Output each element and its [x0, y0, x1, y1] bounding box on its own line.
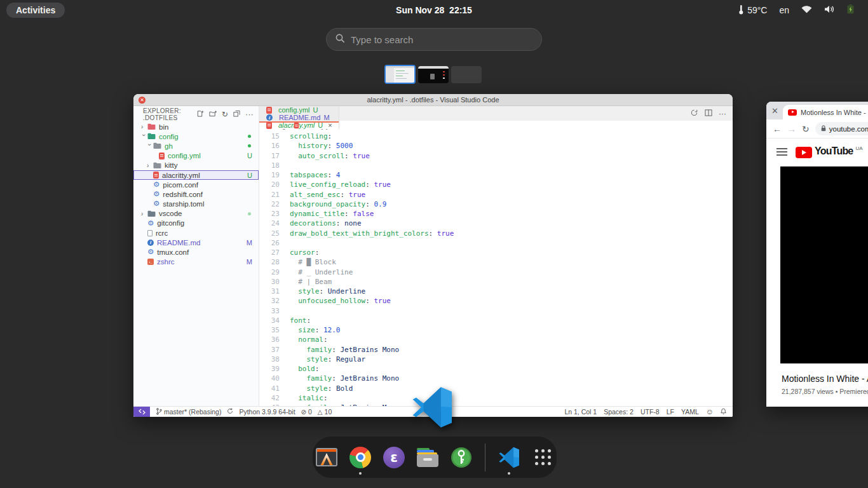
tree-item-vscode[interactable]: ›vscode [133, 209, 259, 219]
close-window-button[interactable]: ✕ [139, 97, 146, 104]
code-line-18[interactable]: 18 [259, 161, 733, 170]
tree-item-starship.toml[interactable]: ›⚙starship.toml [133, 200, 259, 209]
open-changes-icon[interactable] [690, 109, 698, 118]
code-line-37[interactable]: 37 family: JetBrains Mono [259, 345, 733, 355]
workspace-thumbnail-empty[interactable] [451, 66, 482, 83]
status-item-notifications[interactable] [721, 408, 726, 416]
youtube-logo[interactable]: YouTube UA [796, 146, 863, 158]
tree-item-config[interactable]: ›config [133, 132, 259, 141]
dock-item-chrome[interactable] [348, 445, 373, 470]
tree-item-config.yml[interactable]: ›config.ymlU [133, 151, 259, 161]
tree-item-redshift.conf[interactable]: ›⚙redshift.conf [133, 189, 259, 199]
code-line-16[interactable]: 16 history: 5000 [259, 141, 733, 151]
code-line-36[interactable]: 36 normal: [259, 335, 733, 344]
tab-config.yml[interactable]: config.ymlU [259, 106, 339, 114]
menu-icon[interactable] [776, 148, 787, 156]
clock[interactable]: Sun Nov 28 22:15 [0, 5, 868, 15]
split-editor-icon[interactable] [705, 109, 712, 118]
dock-item-vscode[interactable] [496, 445, 522, 470]
tree-item-zshrc[interactable]: ››_zshrcM [133, 257, 259, 267]
forward-button[interactable]: → [787, 124, 796, 134]
status-item-feedback[interactable]: ☺ [706, 407, 714, 416]
tree-item-gh[interactable]: ›gh [133, 141, 259, 151]
git-status-badge: U [318, 121, 323, 129]
dock-item-files[interactable] [415, 445, 440, 470]
code-line-31[interactable]: 31 style: Underline [259, 287, 733, 296]
tree-item-picom.conf[interactable]: ›⚙picom.conf [133, 180, 259, 189]
code-line-24[interactable]: 24decorations: none [259, 219, 733, 228]
code-line-33[interactable]: 33 [259, 306, 733, 316]
status-item-warning-count[interactable]: △10 [318, 408, 332, 416]
video-player[interactable] [780, 166, 868, 363]
tree-item-kitty[interactable]: ›kitty [133, 161, 259, 170]
code-line-25[interactable]: 25draw_bold_text_with_bright_colors: tru… [259, 229, 733, 238]
tree-item-tmux.conf[interactable]: ›⚙tmux.conf [133, 247, 259, 257]
code-line-19[interactable]: 19tabspaces: 4 [259, 170, 733, 180]
code-line-17[interactable]: 17 auto_scroll: true [259, 151, 733, 161]
status-item[interactable]: Python 3.9.9 64-bit [239, 408, 295, 416]
new-file-icon[interactable] [196, 110, 204, 119]
more-actions-icon[interactable]: ··· [719, 109, 726, 118]
code-line-15[interactable]: 15scrolling: [259, 132, 733, 141]
keyboard-layout[interactable]: en [779, 5, 789, 15]
more-actions-icon[interactable]: ··· [245, 111, 254, 118]
tree-item-alacritty.yml[interactable]: ›alacritty.ymlU [133, 170, 259, 180]
address-bar[interactable]: youtube.com/wa [815, 122, 868, 135]
code-line-29[interactable]: 29 # _ Underline [259, 268, 733, 277]
tree-item-rcrc[interactable]: ›rcrc [133, 228, 259, 238]
status-item-error-count[interactable]: ⊘0 [301, 408, 312, 416]
code-line-20[interactable]: 20live_config_reload: true [259, 180, 733, 189]
dock-item-keepassxc[interactable] [449, 445, 474, 470]
dock-item-app-grid[interactable] [530, 445, 555, 470]
dock-item-emacs[interactable]: ε [381, 445, 407, 470]
code-line-26[interactable]: 26 [259, 238, 733, 248]
code-line-39[interactable]: 39 bold: [259, 364, 733, 374]
status-item-git-branch[interactable]: master* (Rebasing) [156, 408, 221, 416]
close-tab-icon[interactable]: × [328, 121, 332, 129]
status-item[interactable]: UTF-8 [641, 408, 660, 416]
status-item[interactable]: Spaces: 2 [604, 408, 634, 416]
vscode-titlebar[interactable]: ✕ alacritty.yml - .dotfiles - Visual Stu… [133, 94, 733, 106]
back-button[interactable]: ← [773, 124, 782, 134]
code-line-43[interactable]: 43 family: JetBrains Mono [259, 403, 733, 406]
code-line-28[interactable]: 28 # █ Block [259, 257, 733, 267]
code-line-40[interactable]: 40 family: JetBrains Mono [259, 374, 733, 383]
code-editor[interactable]: 15scrolling:16 history: 500017 auto_scro… [259, 130, 733, 406]
search-input[interactable] [351, 34, 532, 45]
tab-README.md[interactable]: iREADME.mdM [259, 114, 339, 121]
code-line-30[interactable]: 30 # | Beam [259, 277, 733, 287]
code-line-27[interactable]: 27cursor: [259, 248, 733, 257]
code-line-22[interactable]: 22background_opacity: 0.9 [259, 200, 733, 209]
tab-alacritty.yml[interactable]: alacritty.ymlU× [259, 121, 339, 129]
status-item[interactable]: LF [667, 408, 674, 416]
code-line-41[interactable]: 41 style: Bold [259, 384, 733, 393]
status-item[interactable]: Ln 1, Col 1 [564, 408, 597, 416]
search-bar[interactable] [326, 28, 542, 51]
code-line-34[interactable]: 34font: [259, 316, 733, 325]
file-name: gitconfig [157, 219, 184, 227]
workspace-thumbnail-youtube[interactable] [418, 66, 449, 83]
code-line-42[interactable]: 42 italic: [259, 393, 733, 403]
close-window-button[interactable]: ✕ [771, 106, 778, 116]
code-line-38[interactable]: 38 style: Regular [259, 355, 733, 364]
code-line-21[interactable]: 21alt_send_esc: true [259, 190, 733, 200]
browser-tab[interactable]: Motionless In White - [783, 105, 868, 119]
code-line-32[interactable]: 32 unfocused_hollow: true [259, 296, 733, 306]
new-folder-icon[interactable] [209, 110, 217, 119]
status-item[interactable]: YAML [681, 408, 699, 416]
remote-indicator[interactable] [133, 407, 150, 417]
code-line-23[interactable]: 23dynamic_title: false [259, 209, 733, 219]
code-line-35[interactable]: 35 size: 12.0 [259, 325, 733, 335]
reload-button[interactable]: ↻ [802, 124, 810, 134]
gear-icon: ⚙ [153, 200, 159, 208]
folder-icon [153, 142, 161, 149]
tree-item-README.md[interactable]: ›iREADME.mdM [133, 238, 259, 247]
collapse-folders-icon[interactable] [233, 110, 240, 118]
tree-item-gitconfig[interactable]: ›⚙gitconfig [133, 219, 259, 228]
system-tray[interactable]: 59°C en [738, 0, 854, 20]
workspace-thumbnail-active[interactable] [384, 65, 416, 84]
status-item-sync[interactable] [227, 408, 233, 416]
tree-item-bin[interactable]: ›bin [133, 122, 259, 132]
dock-item-alacritty[interactable] [314, 445, 339, 470]
refresh-icon[interactable]: ↻ [222, 111, 228, 118]
